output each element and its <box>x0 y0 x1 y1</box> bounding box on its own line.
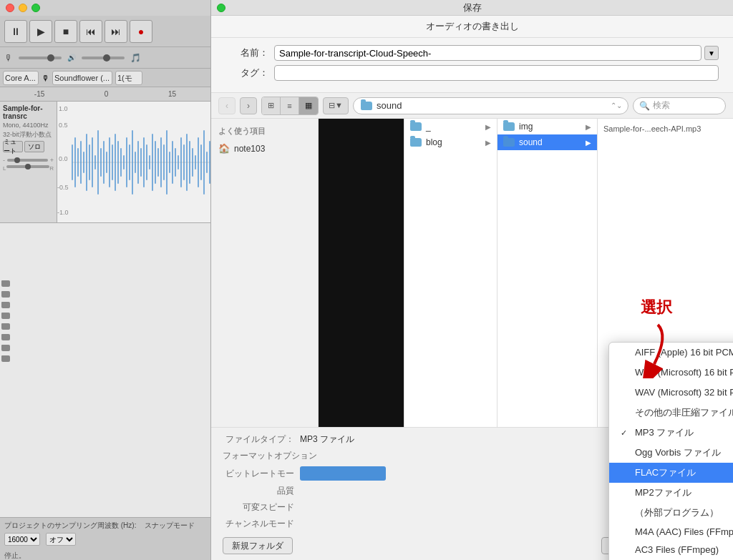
bottom-bar: プロジェクトのサンプリング周波数 (Hz): スナップモード 16000 オフ … <box>0 517 210 560</box>
mixer-bar: 🎙 🔊 🎵 <box>0 47 210 69</box>
name-row: 名前： ▼ <box>225 45 719 61</box>
output-volume-slider[interactable] <box>82 57 125 59</box>
track-panel: Sample-for-transrc Mono, 44100Hz 32-bit浮… <box>0 102 210 223</box>
svg-rect-37 <box>175 148 176 177</box>
mic-icon: 🎙 <box>4 53 13 63</box>
play-button[interactable]: ▶ <box>29 20 52 43</box>
tag-input[interactable] <box>274 65 719 81</box>
dropdown-item-flac[interactable]: FLACファイル <box>609 463 733 483</box>
dialog-title-bar: 保存 <box>211 0 733 16</box>
mute-button[interactable]: ミュート <box>3 141 23 152</box>
arrow-icon-img: ▶ <box>586 123 591 131</box>
plus-icon: + <box>50 157 54 164</box>
svg-rect-21 <box>129 144 130 180</box>
file-type-value: MP3 ファイル <box>300 433 354 446</box>
column-view-button[interactable]: ▦ <box>299 97 318 114</box>
dropdown-item-ac3[interactable]: AC3 Files (FFmpeg) <box>609 541 733 559</box>
annotation-text: 選択 <box>641 297 672 318</box>
home-icon: 🏠 <box>218 143 230 154</box>
ruler-mark-neg15: -15 <box>34 90 44 98</box>
dropdown-item-wav32[interactable]: WAV (Microsoft) 32 bit PCM 符号あり <box>609 383 733 403</box>
gain-slider[interactable] <box>7 159 48 162</box>
snap-mode-select[interactable]: オフ <box>46 533 76 546</box>
annotation: 選択 <box>615 297 672 378</box>
svg-rect-25 <box>140 148 142 177</box>
sample-rate-select[interactable]: 16000 <box>4 533 40 546</box>
svg-rect-2 <box>74 137 76 187</box>
arrow-icon-underscore: ▶ <box>485 123 491 131</box>
bitrate-value[interactable] <box>300 466 386 481</box>
svg-rect-3 <box>77 148 79 177</box>
svg-rect-28 <box>149 155 150 170</box>
location-chevron-icon: ⌃⌄ <box>611 102 622 109</box>
svg-rect-30 <box>155 141 156 184</box>
close-button[interactable] <box>6 4 14 12</box>
waveform-label-05: 0.5 <box>59 122 68 129</box>
skip-back-button[interactable]: ⏮ <box>79 20 102 43</box>
dropdown-item-m4a[interactable]: M4A (AAC) Files (FFmpeg) <box>609 523 733 541</box>
pan-r-label: R <box>49 165 54 172</box>
svg-rect-27 <box>146 144 147 180</box>
maximize-button[interactable] <box>31 4 40 12</box>
dropdown-item-mp3[interactable]: ✓ MP3 ファイル <box>609 423 733 443</box>
pause-button[interactable]: ⏸ <box>4 20 27 43</box>
file-item-sound[interactable]: sound ▶ <box>497 134 597 150</box>
preview-filename: Sample-for-...eech-API.mp3 <box>603 124 701 133</box>
waveform-label-neg1: -1.0 <box>57 209 69 216</box>
pan-labels: L R <box>3 165 54 172</box>
tag-row: タグ： <box>225 65 719 81</box>
svg-rect-38 <box>178 155 179 170</box>
svg-rect-46 <box>200 144 202 180</box>
svg-rect-48 <box>206 152 208 173</box>
svg-rect-45 <box>198 137 199 187</box>
snap-mode-label: スナップモード <box>145 521 195 531</box>
search-box[interactable]: 🔍 検索 <box>633 97 726 114</box>
file-label-underscore: _ <box>426 122 431 132</box>
output-device-select[interactable]: Soundflower (... <box>52 71 112 85</box>
file-item-img[interactable]: img ▶ <box>497 119 597 134</box>
back-button[interactable]: ‹ <box>218 97 236 114</box>
dropdown-item-external[interactable]: （外部プログラム） <box>609 503 733 523</box>
svg-rect-14 <box>109 137 110 187</box>
channel-select[interactable]: 1(モ <box>115 71 142 85</box>
forward-button[interactable]: › <box>240 97 257 114</box>
dialog-zoom-button[interactable] <box>217 4 225 12</box>
annotation-arrow-svg <box>615 321 672 378</box>
ruler-mark-15: 15 <box>168 90 176 98</box>
sidebar-item-note103[interactable]: 🏠 note103 <box>211 141 318 156</box>
track-name: Sample-for-transrc <box>3 104 54 120</box>
filename-input[interactable] <box>274 45 702 61</box>
gain-pan-controls: - + L R <box>3 157 54 172</box>
search-icon: 🔍 <box>639 101 650 111</box>
svg-rect-24 <box>137 141 139 184</box>
svg-rect-5 <box>83 152 84 173</box>
dropdown-item-mp2[interactable]: MP2ファイル <box>609 483 733 503</box>
expand-button[interactable]: ▼ <box>704 46 719 60</box>
speed-label: 可変スピード <box>223 501 294 514</box>
file-item-blog[interactable]: blog ▶ <box>404 134 497 150</box>
dropdown-item-ogg[interactable]: Ogg Vorbis ファイル <box>609 443 733 463</box>
channel-label: チャンネルモード <box>223 518 294 530</box>
file-item-underscore[interactable]: _ ▶ <box>404 119 497 134</box>
new-folder-button[interactable]: 新規フォルダ <box>223 537 293 554</box>
solo-button[interactable]: ソロ <box>24 141 44 152</box>
record-button[interactable]: ● <box>130 20 152 43</box>
minimize-button[interactable] <box>19 4 27 12</box>
icon-view-button[interactable]: ⊞ <box>262 97 281 114</box>
bitrate-label: ビットレートモー <box>223 468 294 480</box>
svg-rect-39 <box>180 137 182 187</box>
svg-rect-4 <box>80 141 82 184</box>
sidebar-pane: よく使う項目 🏠 note103 <box>211 119 319 427</box>
input-volume-slider[interactable] <box>19 57 62 59</box>
skip-forward-button[interactable]: ⏭ <box>105 20 127 43</box>
svg-rect-12 <box>103 141 105 184</box>
coverflow-view-button[interactable]: ⊟▼ <box>323 97 349 114</box>
location-bar: sound ⌃⌄ <box>353 97 628 114</box>
list-view-button[interactable]: ≡ <box>281 97 299 114</box>
name-label: 名前： <box>225 46 268 59</box>
svg-rect-34 <box>166 130 168 195</box>
stop-button[interactable]: ■ <box>54 20 77 43</box>
input-device-select[interactable]: Core A... <box>3 71 39 85</box>
pan-slider[interactable] <box>6 165 49 168</box>
dropdown-item-other[interactable]: その他の非圧縮ファイル <box>609 403 733 423</box>
